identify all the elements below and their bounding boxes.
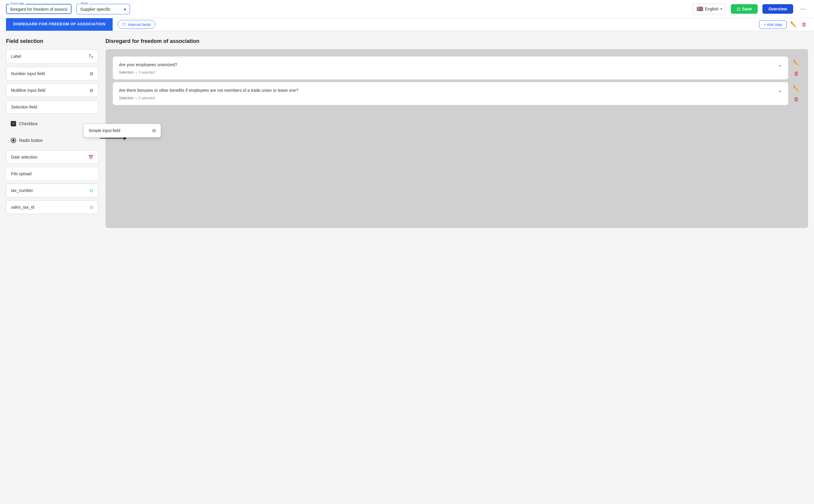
form-canvas: Disregard for freedom of association Are… (106, 38, 808, 489)
form-field-row: Are your employees unionized? ⌄ Selectio… (113, 56, 801, 80)
field-type-label: Selection (119, 70, 134, 75)
expand-icon[interactable]: ⌄ (778, 87, 782, 94)
form-field-card: Are your employees unionized? ⌄ Selectio… (113, 56, 788, 80)
language-selector[interactable]: 🇬🇧 English ▾ (693, 4, 726, 14)
shield-icon: 🛡 (122, 22, 126, 27)
text-format-icon: TT (89, 54, 93, 59)
overview-label: Overview (768, 7, 787, 11)
checkbox-text: Checkbox (19, 121, 38, 126)
sales-tax-id-text: sales_tax_id (11, 205, 34, 210)
delete-field-button[interactable]: 🗑 (792, 95, 801, 104)
area-field[interactable]: Area Supplier specific ▾ (76, 4, 130, 14)
drag-tooltip: Simple input field ⊟ (83, 124, 161, 137)
list-item[interactable]: File upload (6, 167, 98, 181)
list-item[interactable]: sales_tax_id ⊟ (6, 200, 98, 214)
save-button[interactable]: ◻ Save (731, 4, 758, 14)
tax-number-text: tax_number (11, 188, 33, 193)
add-step-label: + Add step (764, 22, 782, 27)
field-actions: ✏️ 🗑 (792, 82, 801, 104)
sales-tax-icon: ⊟ (90, 205, 93, 210)
list-item[interactable]: Selection field (6, 100, 98, 114)
form-title-input[interactable] (10, 7, 67, 12)
form-field-card: Are there bonuses or other benefits if e… (113, 82, 788, 105)
expand-icon[interactable]: ⌄ (778, 61, 782, 68)
save-icon: ◻ (737, 7, 740, 11)
multiline-icon: ⊟ (90, 88, 93, 93)
canvas-drop-area[interactable]: Are your employees unionized? ⌄ Selectio… (106, 49, 808, 228)
tax-number-icon: ⊟ (90, 188, 93, 193)
date-selection-text: Date selection (11, 155, 38, 159)
more-options-button[interactable]: ··· (798, 4, 808, 14)
radio-text: Radio button (19, 138, 43, 143)
area-value: Supplier specific (80, 7, 111, 12)
checkbox-icon (11, 121, 16, 126)
form-canvas-title: Disregard for freedom of association (106, 38, 808, 44)
top-bar: Form title Area Supplier specific ▾ 🇬🇧 E… (0, 0, 814, 18)
edit-field-button[interactable]: ✏️ (792, 59, 801, 68)
form-title-label: Form title (10, 2, 26, 5)
add-step-button[interactable]: + Add step (759, 20, 787, 29)
save-label: Save (742, 7, 752, 11)
field-label-text: Label (11, 54, 21, 59)
area-label: Area (80, 1, 89, 5)
step-bar: DISREGARD FOR FREEDOM OF ASSOCIATION 🛡 I… (0, 18, 814, 31)
calendar-icon: 📅 (88, 155, 93, 159)
flag-icon: 🇬🇧 (697, 6, 703, 12)
arrow-icon: › (135, 96, 137, 100)
edit-step-button[interactable]: ✏️ (789, 20, 798, 29)
list-item[interactable]: Label TT (6, 49, 98, 64)
form-title-field[interactable]: Form title (6, 4, 72, 14)
field-actions: ✏️ 🗑 (792, 56, 801, 78)
language-text: English (705, 7, 719, 11)
file-upload-text: File upload (11, 171, 32, 176)
drag-tooltip-icon: ⊟ (152, 128, 156, 133)
question-text: Are your employees unionized? (119, 62, 177, 67)
list-item[interactable]: Date selection 📅 (6, 150, 98, 164)
area-chevron-icon: ▾ (124, 7, 126, 12)
field-selection-title: Field selection (6, 38, 98, 44)
edit-field-button[interactable]: ✏️ (792, 84, 801, 93)
lang-chevron-icon: ▾ (720, 7, 722, 11)
form-field-meta: Selection › 3 selected (119, 70, 782, 75)
selection-field-text: Selection field (11, 105, 37, 109)
internal-fields-button[interactable]: 🛡 Internal fields (117, 20, 155, 29)
input-icon: ⊟ (90, 71, 93, 76)
step-actions: + Add step ✏️ 🗑 (759, 20, 808, 29)
overview-button[interactable]: Overview (762, 4, 793, 14)
radio-icon (11, 138, 16, 143)
field-type-label: Selection (119, 96, 134, 100)
drag-arrow-line (100, 138, 124, 139)
delete-step-button[interactable]: 🗑 (800, 20, 808, 29)
main-content: Field selection Label TT Number input fi… (0, 31, 814, 496)
arrow-icon: › (135, 70, 137, 75)
internal-fields-label: Internal fields (128, 22, 151, 27)
field-selection-panel: Field selection Label TT Number input fi… (6, 38, 98, 489)
form-field-row: Are there bonuses or other benefits if e… (113, 82, 801, 105)
list-item[interactable]: Number input field ⊟ (6, 67, 98, 80)
number-input-text: Number input field (11, 71, 45, 76)
list-item[interactable]: tax_number ⊟ (6, 184, 98, 197)
delete-field-button[interactable]: 🗑 (792, 69, 801, 78)
form-field-meta: Selection › 3 selected (119, 96, 782, 100)
multiline-input-text: Multiline input field (11, 88, 45, 93)
list-item[interactable]: Multiline input field ⊟ (6, 83, 98, 97)
selected-count: 3 selected (138, 70, 155, 75)
question-text: Are there bonuses or other benefits if e… (119, 88, 298, 93)
drag-tooltip-label: Simple input field (89, 128, 120, 133)
selected-count: 3 selected (138, 96, 155, 100)
step-name: DISREGARD FOR FREEDOM OF ASSOCIATION (13, 22, 106, 26)
step-tab[interactable]: DISREGARD FOR FREEDOM OF ASSOCIATION (6, 18, 113, 31)
